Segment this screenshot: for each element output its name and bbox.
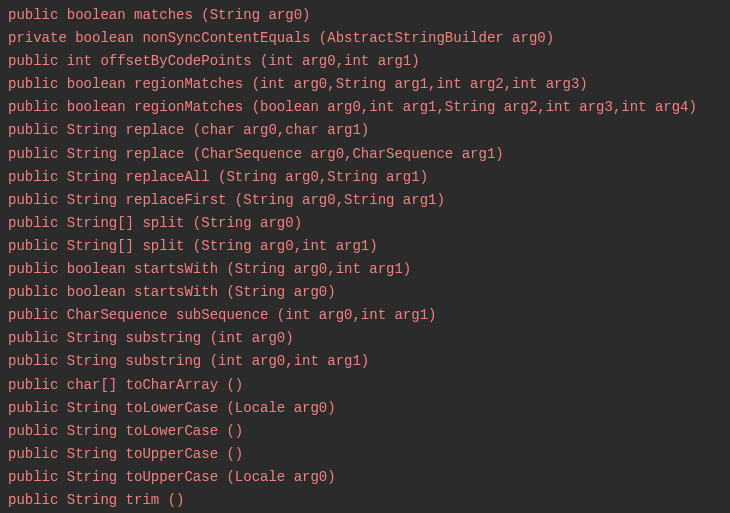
method-signature: public String trim () [8, 489, 722, 512]
method-signature: private boolean nonSyncContentEquals (Ab… [8, 27, 722, 50]
method-signature: public boolean startsWith (String arg0,i… [8, 258, 722, 281]
method-signature: public String replaceAll (String arg0,St… [8, 166, 722, 189]
method-signature: public String substring (int arg0,int ar… [8, 350, 722, 373]
method-signature: public String toUpperCase (Locale arg0) [8, 466, 722, 489]
method-signature: public boolean regionMatches (int arg0,S… [8, 73, 722, 96]
method-signature: public char[] toCharArray () [8, 374, 722, 397]
method-signature: public String[] split (String arg0,int a… [8, 235, 722, 258]
method-signature: public String toLowerCase (Locale arg0) [8, 397, 722, 420]
method-signature: public String toLowerCase () [8, 420, 722, 443]
method-signature: public boolean matches (String arg0) [8, 4, 722, 27]
method-signature: public String replaceFirst (String arg0,… [8, 189, 722, 212]
method-signature: public String replace (CharSequence arg0… [8, 143, 722, 166]
method-signature: public String substring (int arg0) [8, 327, 722, 350]
method-signature: public String toUpperCase () [8, 443, 722, 466]
method-signature: public boolean startsWith (String arg0) [8, 281, 722, 304]
method-signature-list: public boolean matches (String arg0)priv… [8, 4, 722, 512]
method-signature: public String replace (char arg0,char ar… [8, 119, 722, 142]
method-signature: public CharSequence subSequence (int arg… [8, 304, 722, 327]
method-signature: public String[] split (String arg0) [8, 212, 722, 235]
method-signature: public boolean regionMatches (boolean ar… [8, 96, 722, 119]
method-signature: public int offsetByCodePoints (int arg0,… [8, 50, 722, 73]
